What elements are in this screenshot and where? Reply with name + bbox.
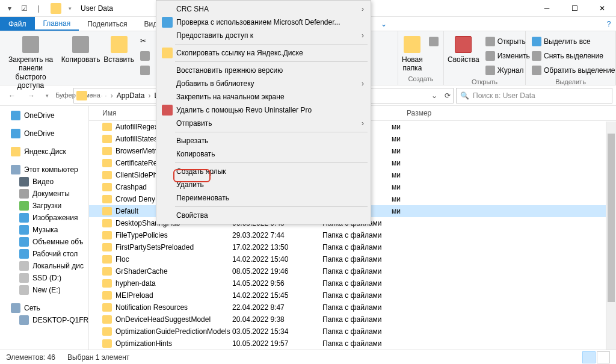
new-folder-button[interactable]: Новая папка	[402, 34, 423, 73]
open-small-button[interactable]: Открыть	[483, 35, 532, 48]
file-row[interactable]: hyphen-data14.05.2022 9:56Папка с файлам…	[89, 277, 616, 289]
ctx-shortcut[interactable]: Создать ярлык	[158, 165, 369, 178]
select-all-button[interactable]: Выделить все	[529, 35, 616, 48]
nav-forward-button[interactable]: →	[23, 88, 40, 103]
view-details-button[interactable]	[582, 351, 596, 363]
nav-network[interactable]: Сеть	[0, 302, 88, 314]
file-row[interactable]: OptimizationHints10.05.2022 19:57Папка с…	[89, 338, 616, 350]
copy-button[interactable]: Копировать	[61, 34, 100, 64]
ctx-defender[interactable]: Проверка с использованием Microsoft Defe…	[158, 16, 369, 29]
edit-small-button[interactable]: Изменить	[483, 49, 532, 63]
nav-music[interactable]: Музыка	[0, 224, 88, 236]
vertical-scrollbar[interactable]	[606, 122, 616, 350]
file-date: 22.04.2022 8:47	[232, 303, 322, 312]
nav-onedrive[interactable]: OneDrive	[0, 110, 88, 122]
close-button[interactable]: ✕	[588, 0, 616, 17]
drive-icon	[19, 285, 29, 295]
tab-share[interactable]: Поделиться	[79, 17, 135, 31]
search-box[interactable]: 🔍 Поиск в: User Data	[456, 88, 612, 103]
nav-localdisk[interactable]: Локальный дис	[0, 260, 88, 272]
nav-downloads[interactable]: Загрузки	[0, 200, 88, 212]
select-invert-button[interactable]: Обратить выделение	[529, 64, 616, 77]
ctx-copy[interactable]: Копировать	[158, 147, 369, 161]
video-icon	[19, 177, 29, 187]
folder-icon	[102, 159, 112, 167]
paste-button[interactable]: Вставить	[103, 34, 134, 64]
breadcrumb[interactable]: · · ·	[97, 91, 107, 100]
file-name: GrShaderCache	[116, 267, 168, 276]
ctx-rename[interactable]: Переименовать	[158, 191, 369, 205]
pin-quickaccess-button[interactable]: Закрепить на панели быстрого доступа	[4, 34, 58, 90]
select-none-button[interactable]: Снять выделение	[529, 49, 616, 63]
ctx-pin-start[interactable]: Закрепить на начальном экране	[158, 90, 369, 103]
nav-yandex-disk[interactable]: Яндекс.Диск	[0, 146, 88, 158]
file-date: 03.05.2022 15:34	[232, 327, 322, 336]
ctx-grant-access[interactable]: Предоставить доступ к›	[158, 29, 369, 42]
ctx-restore[interactable]: Восстановить прежнюю версию	[158, 64, 369, 77]
nav-back-button[interactable]: ←	[4, 88, 20, 103]
ctx-library[interactable]: Добавить в библиотеку›	[158, 77, 369, 90]
file-row[interactable]: MEIPreload14.02.2022 15:45Папка с файлам…	[89, 289, 616, 301]
address-dropdown-icon[interactable]: ⌄	[431, 91, 437, 100]
col-size[interactable]: Размер	[407, 109, 455, 117]
yandex-icon	[162, 48, 173, 58]
shortcut-icon	[140, 66, 150, 75]
history-small-button[interactable]: Журнал	[483, 64, 532, 77]
qat-chevron-icon[interactable]: ▾	[64, 2, 76, 14]
maximize-button[interactable]: ☐	[561, 0, 588, 17]
refresh-icon[interactable]: ⟳	[445, 91, 451, 100]
edit-icon	[485, 51, 495, 61]
ctx-yandex-link[interactable]: Скопировать ссылку на Яндекс.Диске	[158, 46, 369, 60]
open-icon	[485, 37, 495, 46]
pin-icon	[22, 36, 39, 53]
file-row[interactable]: OnDeviceHeadSuggestModel20.04.2022 9:38П…	[89, 313, 616, 325]
nav-desktop-remote[interactable]: DESKTOP-Q1FR1	[0, 314, 88, 326]
file-row[interactable]: OptimizationGuidePredictionModels03.05.2…	[89, 325, 616, 338]
scrollbar-thumb[interactable]	[608, 134, 615, 302]
nav-thispc[interactable]: Этот компьютер	[0, 164, 88, 176]
folder-icon	[102, 255, 112, 264]
ctx-cut[interactable]: Вырезать	[158, 134, 369, 147]
nav-ssd[interactable]: SSD (D:)	[0, 272, 88, 284]
ctx-crcsha[interactable]: CRC SHA›	[158, 2, 369, 16]
ctx-send[interactable]: Отправить›	[158, 117, 369, 130]
ctx-properties[interactable]: Свойства	[158, 209, 369, 222]
help-icon[interactable]: ?	[602, 17, 616, 31]
nav-desktop[interactable]: Рабочий стол	[0, 248, 88, 260]
properties-button[interactable]: Свойства	[448, 34, 479, 64]
ctx-revo[interactable]: Удалить с помощью Revo Uninstaller Pro	[158, 103, 369, 117]
file-row[interactable]: FirstPartySetsPreloaded17.02.2022 13:50П…	[89, 241, 616, 253]
qat-properties-icon[interactable]: ☑	[18, 2, 30, 14]
nav-recent-button[interactable]: ▾	[42, 88, 52, 103]
status-selection: Выбран 1 элемент	[67, 353, 129, 362]
tab-home[interactable]: Главная	[35, 17, 79, 31]
nav-newe[interactable]: New (E:)	[0, 284, 88, 296]
cut-small-button[interactable]: ✂	[138, 35, 152, 48]
minimize-button[interactable]: ─	[533, 0, 561, 17]
file-name: MEIPreload	[116, 291, 153, 300]
nav-pictures[interactable]: Изображения	[0, 212, 88, 224]
file-row[interactable]: Floc14.02.2022 15:40Папка с файлами	[89, 253, 616, 265]
folder-icon	[102, 339, 112, 348]
file-row[interactable]: Notification Resources22.04.2022 8:47Пап…	[89, 301, 616, 313]
tab-file[interactable]: Файл	[0, 17, 35, 31]
nav-onedrive[interactable]: OneDrive	[0, 128, 88, 140]
new-item-button[interactable]	[427, 35, 441, 48]
nav-3dobjects[interactable]: Объемные объ	[0, 236, 88, 248]
nav-up-button[interactable]: ↑	[54, 88, 71, 103]
revo-icon	[162, 105, 173, 116]
copypath-small-button[interactable]	[138, 49, 152, 63]
ribbon-collapse-icon[interactable]: ⌄	[375, 17, 393, 31]
folder-icon	[102, 207, 112, 215]
file-row[interactable]: GrShaderCache08.05.2022 19:46Папка с фай…	[89, 265, 616, 277]
breadcrumb[interactable]: AppData	[117, 91, 145, 100]
downloads-icon	[19, 201, 29, 211]
nav-documents[interactable]: Документы	[0, 188, 88, 200]
qat-dropdown-icon[interactable]: ▾	[4, 2, 16, 14]
file-type: Папка с файлами	[322, 291, 407, 300]
view-icons-button[interactable]	[597, 351, 610, 363]
file-row[interactable]: FileTypePolicies29.03.2022 7:44Папка с ф…	[89, 229, 616, 241]
pasteshortcut-small-button[interactable]	[138, 64, 152, 77]
nav-video[interactable]: Видео	[0, 176, 88, 188]
ctx-delete[interactable]: Удалить	[158, 178, 369, 191]
